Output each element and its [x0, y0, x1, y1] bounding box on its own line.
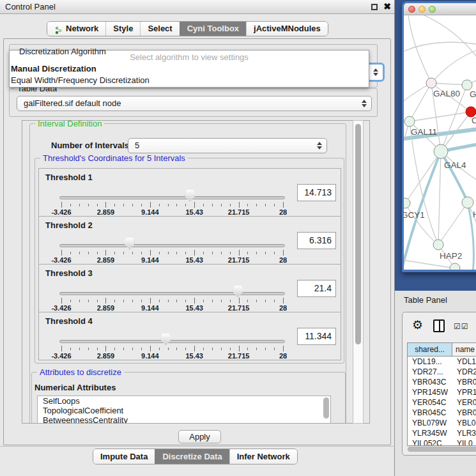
tab-select[interactable]: Select	[140, 22, 179, 36]
threshold-value-field[interactable]: 6.316	[297, 232, 336, 249]
algorithm-option-manual-discretization[interactable]: Manual Discretization	[10, 63, 369, 75]
number-of-intervals-value: 5	[135, 141, 139, 150]
vertical-scrollbar[interactable]	[353, 120, 364, 424]
threshold-value-field[interactable]: 11.344	[297, 328, 336, 345]
network-canvas[interactable]: GAL80GCGAL11GAL4GCY1HHAP2	[404, 15, 476, 270]
thresholds-group-title: Threshold's Coordinates for 5 Intervals	[40, 153, 188, 163]
node-label: GAL4	[444, 160, 466, 170]
node-label: HAP2	[440, 251, 462, 261]
combo-stepper-icon	[361, 100, 367, 107]
apply-button[interactable]: Apply	[178, 430, 221, 443]
tab-network[interactable]: Network	[47, 22, 105, 36]
network-window-titlebar	[404, 3, 476, 15]
table-data-combobox[interactable]: galFiltered.sif default node	[17, 96, 372, 111]
horizontal-scrollbar-thumb[interactable]	[408, 447, 476, 452]
slider-scale-labels: -3.4262.8599.14415.4321.71528	[61, 304, 283, 312]
network-node-gal11[interactable]	[404, 116, 415, 127]
threshold-slider[interactable]: -3.4262.8599.14415.4321.71528	[59, 312, 285, 360]
gear-icon[interactable]: ⚙	[412, 318, 423, 332]
minimize-traffic-light-icon[interactable]	[418, 6, 426, 13]
zoom-traffic-light-icon[interactable]	[429, 6, 436, 13]
network-icon	[54, 25, 63, 33]
number-of-intervals-combobox[interactable]: 5	[128, 138, 327, 153]
attributes-group-title: Attributes to discretize	[37, 367, 124, 377]
slider-thumb[interactable]	[185, 190, 195, 202]
attribute-item-betweennesscentrality[interactable]: BetweennessCentrality	[38, 415, 330, 424]
close-traffic-light-icon[interactable]	[408, 6, 415, 13]
network-view-window[interactable]: GAL80GCGAL11GAL4GCY1HHAP2	[402, 1, 476, 272]
threshold-slider[interactable]: -3.4262.8599.14415.4321.71528	[59, 217, 285, 264]
table-panel-title: Table Panel	[404, 295, 447, 305]
network-svg: GAL80GCGAL11GAL4GCY1HHAP2	[404, 15, 476, 270]
bottom-tab-infer-network[interactable]: Infer Network	[229, 449, 297, 464]
attribute-item-selfloops[interactable]: SelfLoops	[38, 396, 330, 406]
tab-style[interactable]: Style	[105, 22, 140, 36]
node-label: C	[472, 116, 476, 125]
table-row[interactable]: YBR043CYBR0	[408, 377, 476, 387]
slider-thumb[interactable]	[125, 238, 134, 250]
vertical-scrollbar-thumb[interactable]	[355, 124, 361, 344]
table-row[interactable]: YIL052CYIL0	[408, 438, 476, 445]
table-header: shared...name	[408, 343, 476, 357]
attribute-item-topologicalcoefficient[interactable]: TopologicalCoefficient	[38, 406, 330, 415]
table-row[interactable]: YDL19...YDL1	[408, 357, 476, 367]
table-panel: Table Panel ⚙ ☑☑ shared...name YDL19...Y…	[395, 291, 476, 476]
threshold-value-field[interactable]: 14.713	[297, 184, 336, 201]
tab-cyni-toolbox[interactable]: Cyni Toolbox	[180, 22, 246, 36]
checkboxes-icon[interactable]: ☑☑	[454, 322, 469, 331]
network-edge	[438, 151, 441, 245]
slider-ticks	[61, 346, 283, 351]
numerical-attributes-list[interactable]: SelfLoopsTopologicalCoefficientBetweenne…	[37, 395, 331, 424]
slider-track[interactable]	[59, 340, 285, 343]
algorithm-option-equal-width-frequency-discretization[interactable]: Equal Width/Frequency Discretization	[10, 75, 369, 86]
slider-track[interactable]	[59, 244, 285, 247]
network-node-gcy1[interactable]	[404, 198, 410, 208]
node-table: shared...name YDL19...YDL1YDR27...YDR2YB…	[407, 342, 476, 446]
window-title: Control Panel	[5, 2, 56, 12]
node-label: GAL80	[433, 89, 460, 98]
tab-jactivemnodules[interactable]: jActiveMNodules	[246, 22, 328, 36]
number-of-intervals-label: Number of Intervals	[51, 141, 129, 150]
table-row[interactable]: YPR145WYPR1	[408, 387, 476, 397]
bottom-tab-bar: Impute DataDiscretize DataInfer Network	[93, 449, 298, 464]
bottom-tab-impute-data[interactable]: Impute Data	[93, 449, 155, 464]
float-window-icon[interactable]	[371, 4, 378, 10]
table-row[interactable]: YDR27...YDR2	[408, 367, 476, 377]
bottom-separator	[0, 446, 395, 447]
network-edge	[404, 259, 455, 268]
attributes-scrollbar[interactable]	[323, 397, 329, 418]
table-data-value: galFiltered.sif default node	[24, 98, 121, 108]
network-node-g[interactable]	[462, 80, 472, 90]
slider-track[interactable]	[59, 292, 285, 295]
table-row[interactable]: YLR345WYLR3	[408, 428, 476, 438]
threshold-slider[interactable]: -3.4262.8599.14415.4321.71528	[59, 265, 285, 312]
close-icon[interactable]: ✖	[383, 1, 391, 12]
slider-thumb[interactable]	[161, 334, 171, 346]
threshold-row-2: Threshold 2-3.4262.8599.14415.4321.71528…	[38, 216, 341, 265]
numerical-attributes-label: Numerical Attributes	[35, 383, 116, 392]
network-node-unlabeled[interactable]	[450, 263, 460, 270]
network-node-h[interactable]	[462, 197, 473, 208]
slider-thumb[interactable]	[233, 286, 243, 298]
network-edge	[441, 151, 468, 203]
column-header-shared[interactable]: shared...	[408, 343, 452, 356]
network-node-hap2[interactable]	[433, 240, 443, 250]
threshold-value-field[interactable]: 21.4	[297, 280, 336, 297]
table-cell: YBR0	[452, 408, 476, 418]
horizontal-scrollbar[interactable]	[407, 446, 476, 452]
slider-track[interactable]	[59, 196, 285, 199]
table-row[interactable]: YBL079WYBL0	[408, 418, 476, 428]
network-node-gal4[interactable]	[434, 144, 448, 158]
threshold-slider[interactable]: -3.4262.8599.14415.4321.71528	[59, 169, 285, 216]
columns-icon[interactable]	[433, 319, 445, 332]
table-row[interactable]: YER054CYER0	[408, 397, 476, 408]
algorithm-options: Manual DiscretizationEqual Width/Frequen…	[10, 63, 369, 86]
threshold-rows: Threshold 1-3.4262.8599.14415.4321.71528…	[38, 169, 341, 360]
interval-definition-title: Interval Definition	[35, 120, 104, 128]
node-label: GCY1	[404, 210, 425, 220]
column-header-name[interactable]: name	[452, 343, 476, 356]
slider-scale-labels: -3.4262.8599.14415.4321.71528	[61, 256, 283, 264]
table-row[interactable]: YBR045CYBR0	[408, 408, 476, 418]
network-node-gal80[interactable]	[426, 78, 436, 88]
bottom-tab-discretize-data[interactable]: Discretize Data	[155, 449, 229, 464]
